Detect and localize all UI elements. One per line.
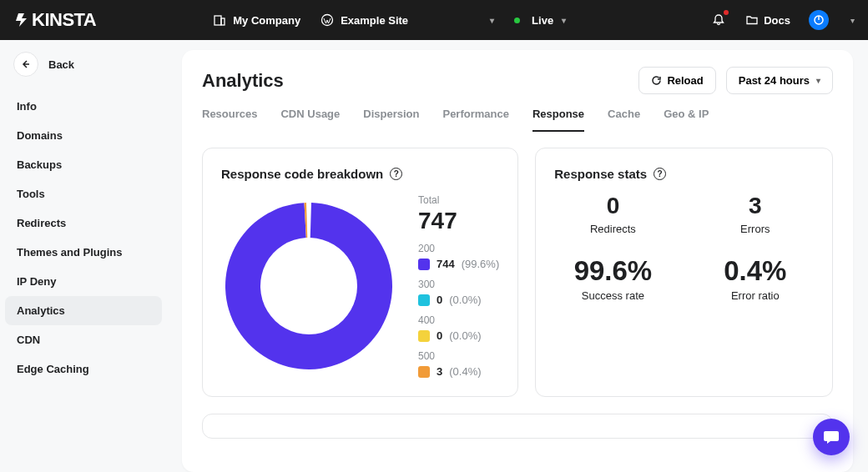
legend-row-300: 0 (0.0%) [418,294,499,306]
sidebar-item-domains[interactable]: Domains [5,121,162,150]
svg-marker-0 [16,13,27,27]
site-name: Example Site [341,14,408,27]
help-icon[interactable]: ? [390,168,402,180]
notification-dot [724,10,729,15]
status-dot-icon [514,18,520,23]
env-switcher[interactable]: Live ▾ [514,14,566,27]
total-label: Total [418,194,499,206]
tab-cache[interactable]: Cache [608,108,640,132]
tab-performance[interactable]: Performance [442,108,508,132]
back-button[interactable]: Back [13,52,154,77]
sidebar-item-backups[interactable]: Backups [5,150,162,179]
sidebar-item-cdn[interactable]: CDN [5,325,162,354]
legend-code: 400 [418,314,499,326]
building-icon [213,13,226,27]
folder-icon [745,13,759,27]
chat-fab[interactable] [813,419,850,455]
tab-dispersion[interactable]: Dispersion [363,108,419,132]
sidebar-item-ipdeny[interactable]: IP Deny [5,267,162,296]
page-title: Analytics [202,70,284,92]
sidebar-item-info[interactable]: Info [5,92,162,121]
sidebar-item-tools[interactable]: Tools [5,179,162,208]
donut-chart [221,198,396,374]
legend-code: 500 [418,350,499,362]
reload-button[interactable]: Reload [638,67,715,94]
legend-swatch [418,366,430,378]
card-title: Response code breakdown [221,167,383,181]
chevron-down-icon: ▾ [562,16,566,25]
sidebar-item-analytics[interactable]: Analytics [5,296,162,325]
company-name: My Company [233,14,300,27]
legend-swatch [418,294,430,306]
tab-geo-ip[interactable]: Geo & IP [664,108,709,132]
tabs: Resources CDN Usage Dispersion Performan… [202,108,833,133]
power-icon [813,14,825,26]
bell-icon [712,13,725,27]
chat-icon [822,428,840,446]
env-label: Live [532,14,553,27]
stat-errors: 3 Errors [697,194,814,235]
wordpress-icon [320,13,334,27]
stat-redirects: 0 Redirects [554,194,671,235]
arrow-left-icon [21,59,31,69]
chevron-down-icon: ▾ [816,76,820,85]
sidebar-item-redirects[interactable]: Redirects [5,208,162,238]
chevron-down-icon: ▾ [490,16,494,25]
sidebar: Back Info Domains Backups Tools Redirect… [0,40,167,472]
chevron-down-icon[interactable]: ▾ [850,16,855,25]
tab-resources[interactable]: Resources [202,108,257,132]
legend-code: 300 [418,279,499,290]
user-avatar[interactable] [809,10,829,30]
sidebar-item-edge[interactable]: Edge Caching [5,354,162,384]
total-value: 747 [418,208,499,234]
notifications-button[interactable] [710,12,727,28]
legend-row-500: 3 (0.4%) [418,365,499,378]
tab-response[interactable]: Response [532,108,584,132]
stat-success-rate: 99.6% Success rate [554,257,671,302]
legend-row-200: 744 (99.6%) [418,258,499,270]
svg-rect-1 [214,16,221,25]
back-label: Back [48,58,74,71]
card-response-breakdown: Response code breakdown ? Total 747 200 [202,148,518,397]
time-range-select[interactable]: Past 24 hours ▾ [726,67,833,94]
help-icon[interactable]: ? [654,168,666,180]
card-response-stats: Response stats ? 0 Redirects 3 Errors [535,148,833,397]
stat-error-ratio: 0.4% Error ratio [697,257,814,302]
sidebar-item-themes[interactable]: Themes and Plugins [5,238,162,267]
tab-cdn-usage[interactable]: CDN Usage [280,108,340,132]
card-placeholder [202,414,833,439]
site-switcher[interactable]: Example Site ▾ [320,13,494,27]
legend-swatch [418,259,430,270]
company-switcher[interactable]: My Company [213,13,300,27]
main: Analytics Reload Past 24 hours ▾ Resourc… [167,40,868,472]
reload-icon [651,75,662,86]
svg-rect-2 [221,18,225,25]
legend-code: 200 [418,243,499,254]
legend-swatch [418,330,430,342]
docs-link[interactable]: Docs [745,13,790,27]
topbar: KINSTA My Company Example Site ▾ Live ▾ … [0,0,868,40]
card-title: Response stats [554,167,647,181]
logo[interactable]: KINSTA [13,9,96,31]
legend-row-400: 0 (0.0%) [418,329,499,342]
